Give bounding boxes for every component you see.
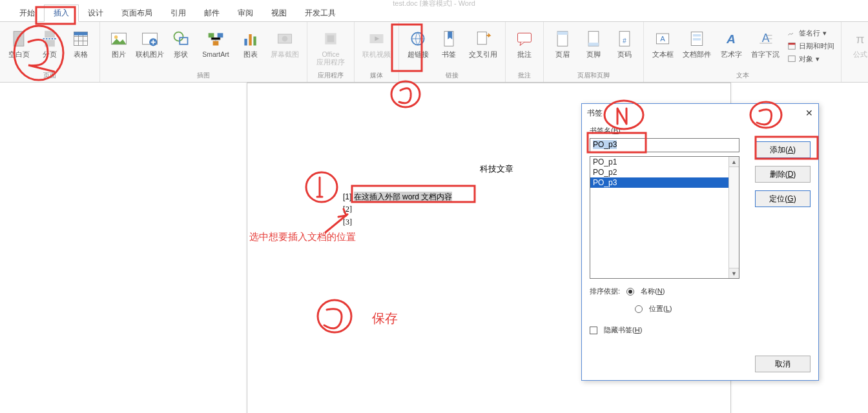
svg-text:A: A — [726, 32, 736, 46]
doc-title: 科技文章 — [480, 163, 513, 175]
datetime-button[interactable]: 日期和时间 — [785, 40, 837, 52]
officeapps-icon — [320, 28, 341, 49]
crossref-button[interactable]: 交叉引用 — [465, 25, 501, 61]
blankpage-button[interactable]: 空白页 — [4, 25, 34, 61]
group-comments: 批注 批注 — [506, 22, 544, 82]
formula-icon: π — [850, 28, 868, 49]
list-item[interactable]: PO_p3 — [590, 177, 739, 188]
dropcap-icon: A — [755, 28, 776, 49]
comment-icon — [514, 28, 535, 49]
formula-button[interactable]: π公式 — [845, 25, 868, 61]
svg-point-7 — [114, 35, 118, 39]
sort-label: 排序依据: — [590, 287, 620, 296]
tab-start[interactable]: 开始 — [10, 5, 44, 21]
textbox-button[interactable]: A文本框 — [648, 25, 677, 61]
goto-button[interactable]: 定位(G) — [755, 190, 811, 207]
svg-rect-0 — [14, 32, 24, 46]
checkbox-hidden[interactable] — [590, 327, 597, 334]
tab-pagelayout[interactable]: 页面布局 — [112, 5, 161, 21]
tab-references[interactable]: 引用 — [161, 5, 195, 21]
dropcap-button[interactable]: A首字下沉 — [747, 25, 783, 61]
video-icon — [366, 28, 387, 49]
wordart-button[interactable]: A艺术字 — [716, 25, 746, 61]
group-links: 超链接 书签 交叉引用 链接 — [399, 22, 506, 82]
onlinevideo-button[interactable]: 联机视频 — [358, 25, 395, 61]
blankpage-icon — [8, 28, 29, 49]
group-apps: Office 应用程序 应用程序 — [307, 22, 355, 82]
datetime-icon — [787, 41, 796, 50]
group-symbols: π公式 Ω符号 #编号 符号 — [842, 22, 868, 82]
chart-icon — [240, 28, 261, 49]
officeapps-button[interactable]: Office 应用程序 — [311, 25, 350, 68]
comment-button[interactable]: 批注 — [510, 25, 539, 61]
delete-button[interactable]: 删除(D) — [755, 166, 811, 183]
list-item[interactable]: PO_p1 — [590, 157, 739, 167]
tab-insert[interactable]: 插入 — [44, 5, 79, 22]
scroll-up-icon[interactable]: ▲ — [728, 157, 739, 167]
signature-button[interactable]: 签名行 ▾ — [785, 27, 837, 39]
hyperlink-button[interactable]: 超链接 — [403, 25, 433, 61]
bookmark-dialog: 书签 ✕ 书签名(B): PO_p3 PO_p1 PO_p2 PO_p3 ▲ ▼… — [581, 103, 819, 381]
scroll-down-icon[interactable]: ▼ — [728, 268, 739, 278]
svg-text:#: # — [623, 37, 626, 45]
group-media-label: 媒体 — [370, 71, 383, 81]
group-pages-label: 页面 — [43, 71, 56, 81]
list-item[interactable]: PO_p2 — [590, 167, 739, 177]
bookmark-button[interactable]: 书签 — [434, 25, 464, 61]
object-button[interactable]: 对象 ▾ — [785, 53, 837, 65]
footer-button[interactable]: 页脚 — [579, 25, 608, 61]
tab-developer[interactable]: 开发工具 — [296, 5, 345, 21]
doc-line1[interactable]: [1] 在这插入外部 word 文档内容 — [343, 192, 452, 203]
wordart-icon: A — [721, 28, 741, 49]
close-icon[interactable]: ✕ — [805, 108, 813, 118]
bookmark-name-input[interactable]: PO_p3 — [590, 138, 739, 152]
doc-line3[interactable]: [3] — [343, 217, 352, 227]
smartart-icon — [205, 28, 226, 49]
svg-rect-2 — [45, 31, 55, 38]
tab-design[interactable]: 设计 — [79, 5, 112, 21]
smartart-button[interactable]: SmartArt — [197, 25, 234, 59]
radio-sort-name[interactable] — [626, 288, 634, 296]
quickparts-button[interactable]: 文档部件 — [679, 25, 715, 61]
pagenum-button[interactable]: #页码 — [610, 25, 639, 61]
dialog-title: 书签 — [587, 108, 603, 119]
radio-sort-position[interactable] — [635, 305, 643, 313]
ribbon-tabs: 开始 插入 设计 页面布局 引用 邮件 审阅 视图 开发工具 — [0, 6, 868, 22]
tab-review[interactable]: 审阅 — [229, 5, 262, 21]
svg-rect-12 — [209, 33, 214, 37]
group-comments-label: 批注 — [518, 71, 531, 81]
add-button[interactable]: 添加(A) — [755, 141, 811, 158]
onlinepic-button[interactable]: 联机图片 — [135, 25, 165, 61]
object-icon — [787, 54, 796, 63]
svg-rect-3 — [45, 40, 55, 47]
svg-text:π: π — [856, 32, 864, 46]
cancel-button[interactable]: 取消 — [755, 356, 811, 372]
shapes-button[interactable]: 形状 — [166, 25, 196, 61]
table-button[interactable]: 表格 — [66, 25, 96, 61]
bookmark-name-label: 书签名(B): — [590, 126, 811, 136]
header-button[interactable]: 页眉 — [548, 25, 577, 61]
crossref-icon — [473, 28, 493, 49]
svg-rect-41 — [789, 43, 796, 45]
bookmark-list[interactable]: PO_p1 PO_p2 PO_p3 ▲ ▼ — [590, 156, 739, 279]
tab-mailings[interactable]: 邮件 — [195, 5, 229, 21]
svg-rect-36 — [693, 34, 701, 37]
svg-rect-21 — [327, 35, 335, 43]
header-icon — [552, 28, 573, 49]
doc-line2[interactable]: [2] — [343, 205, 352, 214]
picture-button[interactable]: 图片 — [104, 25, 134, 61]
pagebreak-button[interactable]: 分页 — [35, 25, 65, 61]
text-small-buttons: 签名行 ▾ 日期和时间 对象 ▾ — [785, 25, 837, 65]
annotation-text-save: 保存 — [372, 310, 398, 327]
svg-rect-16 — [249, 34, 251, 46]
svg-rect-30 — [588, 43, 599, 46]
hyperlink-icon — [408, 28, 428, 49]
screenshot-button[interactable]: 屏幕截图 — [267, 25, 303, 61]
scrollbar[interactable] — [728, 167, 739, 268]
svg-rect-37 — [693, 38, 701, 41]
chart-button[interactable]: 图表 — [236, 25, 265, 61]
tab-view[interactable]: 视图 — [262, 5, 296, 21]
quickparts-icon — [687, 28, 707, 49]
group-headerfooter: 页眉 页脚 #页码 页眉和页脚 — [544, 22, 644, 82]
group-text: A文本框 文档部件 A艺术字 A首字下沉 签名行 ▾ 日期和时间 对象 ▾ 文本 — [644, 22, 842, 82]
